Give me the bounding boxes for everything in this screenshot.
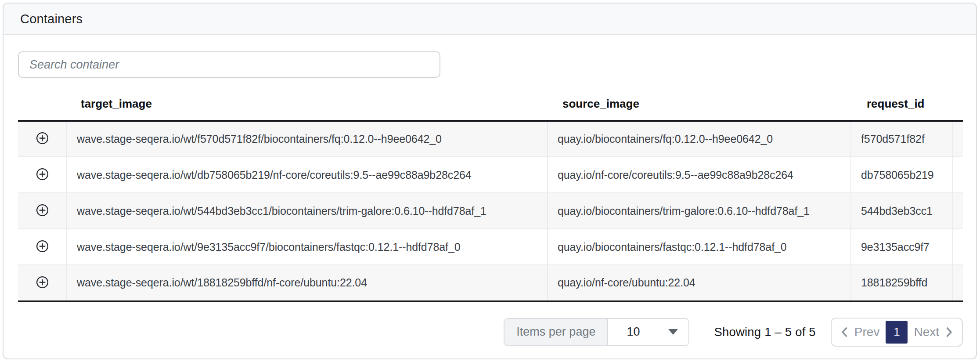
- source-image-cell: quay.io/biocontainers/fq:0.12.0--h9ee064…: [548, 121, 851, 157]
- expand-cell: [18, 121, 67, 157]
- prev-page-label: Prev: [854, 325, 880, 339]
- request-id-cell: db758065b219: [851, 157, 953, 193]
- row-spacer-cell: [953, 265, 963, 301]
- plus-circle-icon: [36, 276, 49, 289]
- table-header: target_image source_image request_id: [18, 87, 963, 121]
- plus-circle-icon: [36, 132, 49, 145]
- spacer-column-header: [953, 87, 963, 121]
- panel-titlebar: Containers: [4, 4, 976, 35]
- page-title: Containers: [20, 12, 83, 26]
- pagination-bar: Items per page 10 Showing 1 – 5 of 5 Pre…: [18, 318, 963, 347]
- next-page-label: Next: [914, 325, 939, 339]
- table-body: wave.stage-seqera.io/wt/f570d571f82f/bio…: [18, 121, 963, 301]
- caret-down-icon: [668, 329, 678, 335]
- items-per-page-control: Items per page 10: [504, 318, 689, 346]
- page-size-select[interactable]: 10: [608, 319, 688, 345]
- page-size-value: 10: [627, 325, 640, 339]
- expand-cell: [18, 157, 67, 193]
- expand-row-button[interactable]: [35, 275, 50, 290]
- plus-circle-icon: [36, 168, 49, 181]
- expand-column-header: [18, 87, 67, 121]
- search-input[interactable]: [18, 51, 440, 78]
- target-image-cell: wave.stage-seqera.io/wt/9e3135acc9f7/bio…: [67, 229, 548, 265]
- chevron-right-icon: [944, 326, 954, 339]
- target-image-cell: wave.stage-seqera.io/wt/db758065b219/nf-…: [67, 157, 548, 193]
- expand-cell: [18, 193, 67, 229]
- expand-row-button[interactable]: [35, 131, 50, 146]
- table-row: wave.stage-seqera.io/wt/544bd3eb3cc1/bio…: [18, 193, 963, 229]
- prev-page-button[interactable]: Prev: [839, 325, 880, 339]
- expand-cell: [18, 229, 67, 265]
- target-image-cell: wave.stage-seqera.io/wt/f570d571f82f/bio…: [67, 121, 548, 157]
- table-row: wave.stage-seqera.io/wt/18818259bffd/nf-…: [18, 265, 963, 301]
- panel-content: target_image source_image request_id: [4, 51, 976, 347]
- column-header-target-image: target_image: [67, 87, 548, 121]
- pager: Prev 1 Next: [831, 318, 963, 347]
- source-image-cell: quay.io/nf-core/ubuntu:22.04: [548, 265, 851, 301]
- column-header-request-id: request_id: [851, 87, 953, 121]
- expand-cell: [18, 265, 67, 301]
- request-id-cell: 544bd3eb3cc1: [851, 193, 953, 229]
- row-spacer-cell: [953, 193, 963, 229]
- request-id-cell: 18818259bffd: [851, 265, 953, 301]
- row-spacer-cell: [953, 229, 963, 265]
- expand-row-button[interactable]: [35, 239, 50, 253]
- items-per-page-label: Items per page: [504, 319, 608, 345]
- table-row: wave.stage-seqera.io/wt/9e3135acc9f7/bio…: [18, 229, 963, 265]
- current-page-button[interactable]: 1: [886, 321, 908, 344]
- plus-circle-icon: [36, 204, 49, 217]
- request-id-cell: f570d571f82f: [851, 121, 953, 157]
- chevron-left-icon: [839, 326, 849, 339]
- expand-row-button[interactable]: [35, 203, 50, 217]
- table-row: wave.stage-seqera.io/wt/db758065b219/nf-…: [18, 157, 963, 193]
- row-spacer-cell: [953, 121, 963, 157]
- row-spacer-cell: [953, 157, 963, 193]
- source-image-cell: quay.io/biocontainers/trim-galore:0.6.10…: [548, 193, 851, 229]
- plus-circle-icon: [36, 240, 49, 253]
- next-page-button[interactable]: Next: [914, 325, 954, 339]
- source-image-cell: quay.io/nf-core/coreutils:9.5--ae99c88a9…: [548, 157, 851, 193]
- source-image-cell: quay.io/biocontainers/fastqc:0.12.1--hdf…: [548, 229, 851, 265]
- expand-row-button[interactable]: [35, 167, 50, 181]
- request-id-cell: 9e3135acc9f7: [851, 229, 953, 265]
- column-header-source-image: source_image: [548, 87, 851, 121]
- showing-range-text: Showing 1 – 5 of 5: [714, 325, 815, 339]
- target-image-cell: wave.stage-seqera.io/wt/544bd3eb3cc1/bio…: [67, 193, 548, 229]
- containers-panel: Containers target_image source_image req…: [3, 3, 977, 359]
- target-image-cell: wave.stage-seqera.io/wt/18818259bffd/nf-…: [67, 265, 548, 301]
- table-row: wave.stage-seqera.io/wt/f570d571f82f/bio…: [18, 121, 963, 157]
- containers-table: target_image source_image request_id: [18, 87, 963, 302]
